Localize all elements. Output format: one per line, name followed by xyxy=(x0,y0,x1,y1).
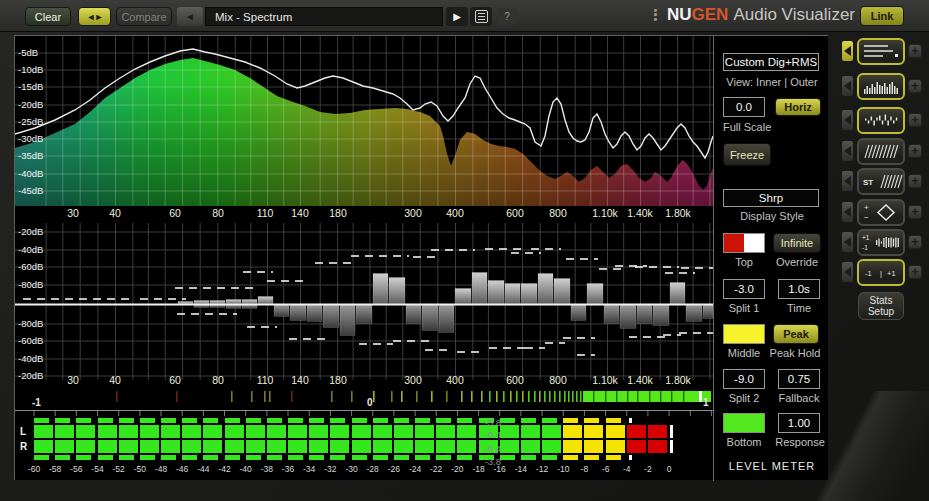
left-triangle-icon xyxy=(844,237,851,247)
previous-preset-button[interactable]: ◄ xyxy=(177,7,203,26)
svg-text:-40dB: -40dB xyxy=(18,244,43,255)
correlation-strip: -101 xyxy=(15,389,713,408)
slot-8-add-button[interactable]: + xyxy=(908,265,922,279)
svg-text:40: 40 xyxy=(109,374,121,386)
meter-channel-label: L xyxy=(20,426,34,437)
slot-7-add-button[interactable]: + xyxy=(908,235,922,249)
slot-2-add-button[interactable]: + xyxy=(908,79,922,93)
slot-4-hatch-button[interactable] xyxy=(857,138,905,165)
ab-toggle-button[interactable]: ◄► xyxy=(78,7,111,26)
full-scale-label: Full Scale xyxy=(723,121,783,133)
slot-8-correlation-range-button[interactable]: -1|+1 xyxy=(857,259,905,286)
slot-7-select-arrow[interactable] xyxy=(841,231,854,253)
slot-3-add-button[interactable]: + xyxy=(908,113,922,127)
split1-input[interactable]: -3.0 xyxy=(723,279,765,299)
svg-text:140: 140 xyxy=(291,374,309,386)
svg-text:|: | xyxy=(880,269,882,278)
slot-6-vectorscope-button[interactable]: +− xyxy=(857,199,905,226)
middle-color-swatch[interactable] xyxy=(723,324,765,344)
top-color-swatch[interactable] xyxy=(723,233,765,253)
slot-1-select-arrow[interactable] xyxy=(841,40,854,62)
slot-1-add-button[interactable]: + xyxy=(908,44,922,58)
meter-scale-label: -58 xyxy=(44,464,66,474)
logo-rest: Audio Visualizer xyxy=(733,5,855,24)
display-slot-row: ST+ xyxy=(840,168,929,196)
toolbar: Clear ◄► Compare ◄ Mix - Spectrum ▶ ? ⋮N… xyxy=(0,0,929,32)
middle-label: Middle xyxy=(723,347,765,359)
svg-text:800: 800 xyxy=(549,207,567,219)
help-button[interactable]: ? xyxy=(497,8,517,25)
slot-4-add-button[interactable]: + xyxy=(908,144,922,158)
slot-4-select-arrow[interactable] xyxy=(841,140,854,162)
left-arrow-icon: ◄ xyxy=(185,11,195,22)
fallback-input[interactable]: 0.75 xyxy=(778,369,820,389)
slot-5-select-arrow[interactable] xyxy=(841,170,854,192)
preset-name-field[interactable]: Mix - Spectrum xyxy=(205,7,443,26)
split2-input[interactable]: -9.0 xyxy=(723,369,765,389)
link-button[interactable]: Link xyxy=(860,6,904,26)
freeze-button[interactable]: Freeze xyxy=(723,143,771,166)
hatch-icon xyxy=(859,140,903,163)
display-slot-row: + xyxy=(840,73,929,101)
horiz-button[interactable]: Horiz xyxy=(775,98,821,116)
svg-text:-80dB: -80dB xyxy=(18,279,43,290)
svg-text:-60dB: -60dB xyxy=(18,335,43,346)
svg-text:600: 600 xyxy=(506,207,524,219)
slot-6-add-button[interactable]: + xyxy=(908,205,922,219)
slot-8-select-arrow[interactable] xyxy=(841,261,854,283)
meter-mode-select[interactable]: Custom Dig+RMS xyxy=(723,53,819,71)
display-slots-strip: ++++ST++−++1-1+-1|+1+StatsSetup xyxy=(840,35,929,355)
slot-2-select-arrow[interactable] xyxy=(841,75,854,97)
slot-1-meter-lines-button[interactable] xyxy=(857,38,905,65)
top-label: Top xyxy=(723,256,765,268)
meter-scale-label: -30 xyxy=(341,464,363,474)
meter-readout: -3.8 xyxy=(465,417,501,428)
time-input[interactable]: 1.0s xyxy=(778,279,820,299)
preset-list-button[interactable] xyxy=(470,7,492,26)
full-scale-input[interactable]: 0.0 xyxy=(723,97,765,117)
clear-button[interactable]: Clear xyxy=(25,7,71,26)
svg-text:-40dB: -40dB xyxy=(18,168,43,179)
svg-text:1.40k: 1.40k xyxy=(627,374,653,386)
meter-scale-label: -60 xyxy=(23,464,45,474)
svg-text:-35dB: -35dB xyxy=(18,150,43,161)
slot-3-mirror-bars-button[interactable] xyxy=(857,107,905,134)
slot-3-select-arrow[interactable] xyxy=(841,109,854,131)
svg-text:80: 80 xyxy=(212,207,224,219)
meter-scale-label: -32 xyxy=(319,464,341,474)
slot-7-correlation-hist-button[interactable]: +1-1 xyxy=(857,229,905,256)
display-style-select[interactable]: Shrp xyxy=(723,189,819,207)
meter-scale-label: -28 xyxy=(362,464,384,474)
svg-text:1.10k: 1.10k xyxy=(592,374,618,386)
slot-5-stereo-hatch-button[interactable]: ST xyxy=(857,168,905,195)
peak-hold-button[interactable]: Peak xyxy=(773,324,819,344)
meter-scale-label: -34 xyxy=(298,464,320,474)
meter-scale-label: -50 xyxy=(129,464,151,474)
slot-5-add-button[interactable]: + xyxy=(908,174,922,188)
display-slot-row: +1-1+ xyxy=(840,229,929,257)
compare-button[interactable]: Compare xyxy=(116,7,172,26)
meter-readout: -0.4 xyxy=(465,429,501,440)
slot-6-select-arrow[interactable] xyxy=(841,201,854,223)
meter-scale-label: -42 xyxy=(214,464,236,474)
override-button[interactable]: Infinite xyxy=(773,233,821,253)
left-triangle-icon xyxy=(844,267,851,277)
svg-text:-10dB: -10dB xyxy=(18,64,43,75)
svg-text:40: 40 xyxy=(109,207,121,219)
svg-text:-15dB: -15dB xyxy=(18,81,43,92)
meter-readout: -3.8 xyxy=(465,456,501,467)
stats-setup-button[interactable]: StatsSetup xyxy=(858,292,904,320)
svg-text:1.40k: 1.40k xyxy=(627,207,653,219)
svg-text:-40dB: -40dB xyxy=(18,353,43,364)
next-preset-button[interactable]: ▶ xyxy=(446,7,468,26)
right-arrow-icon: ▶ xyxy=(453,11,461,22)
left-triangle-icon xyxy=(844,207,851,217)
left-triangle-icon xyxy=(844,81,851,91)
slot-2-bars-button[interactable] xyxy=(857,73,905,100)
left-triangle-icon xyxy=(844,176,851,186)
meter-scale-label: -56 xyxy=(65,464,87,474)
meter-scale-label: -26 xyxy=(383,464,405,474)
correlation-range-icon: -1|+1 xyxy=(859,261,903,284)
top-color-left xyxy=(724,234,744,252)
svg-text:30: 30 xyxy=(67,374,79,386)
